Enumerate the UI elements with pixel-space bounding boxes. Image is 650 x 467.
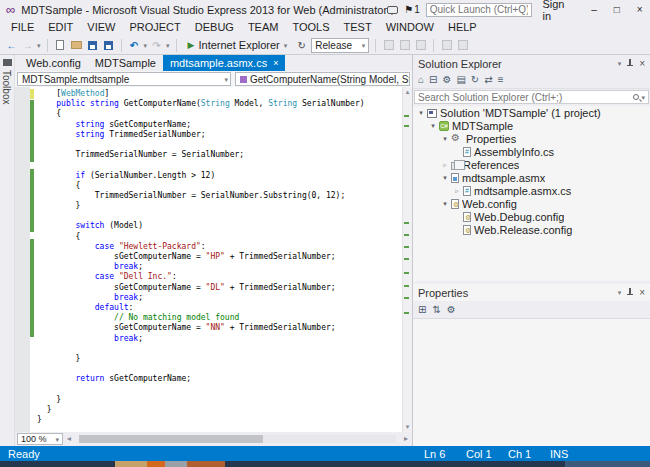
tree-item-web.debug.config[interactable]: Web.Debug.config	[413, 210, 650, 223]
code-line[interactable]	[37, 140, 401, 150]
code-line[interactable]: [WebMethod]	[37, 89, 401, 99]
alphabetical-icon[interactable]: ⇅	[432, 304, 440, 315]
code-line[interactable]: sGetComputerName = "DL" + TrimmedSerialN…	[37, 283, 401, 293]
outdent-icon[interactable]	[456, 37, 469, 53]
code-line[interactable]: {	[37, 232, 401, 242]
code-line[interactable]	[37, 364, 401, 374]
sync-active-document-icon[interactable]: ⇄	[484, 75, 492, 85]
property-pages-icon[interactable]: ⚙	[447, 304, 456, 315]
menu-item-file[interactable]: FILE	[4, 19, 41, 36]
comment-lines-icon[interactable]	[398, 37, 411, 53]
undo-icon[interactable]: ↶	[128, 37, 141, 53]
quick-launch-box[interactable]	[426, 3, 533, 17]
menu-item-help[interactable]: HELP	[441, 19, 484, 36]
menu-item-test[interactable]: TEST	[337, 19, 379, 36]
tree-item-web.release.config[interactable]: Web.Release.config	[413, 223, 650, 236]
code-line[interactable]: }	[37, 395, 401, 405]
navigation-dropdown-icon[interactable]: ▾	[37, 42, 41, 49]
code-line[interactable]: case "Hewlett-Packard":	[37, 242, 401, 252]
home-icon[interactable]: ⌂	[418, 75, 424, 85]
expander-icon[interactable]: ▹	[440, 161, 450, 169]
type-selector[interactable]: MDTSample.mdtsample ▾	[17, 72, 231, 86]
expander-icon[interactable]: ▾	[440, 174, 450, 182]
code-content[interactable]: [WebMethod] public string GetComputerNam…	[37, 89, 401, 432]
code-line[interactable]	[37, 211, 401, 221]
scroll-up-icon[interactable]: ▴	[403, 88, 412, 96]
undo-dropdown-icon[interactable]: ▾	[144, 42, 148, 49]
properties-icon[interactable]: ⚙	[442, 75, 451, 85]
search-dropdown-icon[interactable]: ▾	[641, 94, 645, 101]
code-line[interactable]: }	[37, 405, 401, 415]
code-line[interactable]: }	[37, 415, 401, 425]
solution-search-input[interactable]	[418, 92, 631, 103]
refresh-icon[interactable]: ↻	[471, 75, 479, 85]
scrollbar-thumb[interactable]	[79, 435, 263, 443]
tree-item-mdtsample[interactable]: ▾MDTSample	[413, 119, 650, 132]
code-line[interactable]	[37, 344, 401, 354]
code-line[interactable]: {	[37, 181, 401, 191]
expander-icon[interactable]: ▾	[440, 135, 450, 143]
close-button[interactable]: ×	[631, 0, 648, 19]
tab-mdtsample.asmx.cs[interactable]: mdtsample.asmx.cs×	[163, 55, 285, 71]
quick-launch-input[interactable]	[430, 4, 529, 15]
tree-item-assemblyinfo.cs[interactable]: AssemblyInfo.cs	[413, 145, 650, 158]
code-line[interactable]: TrimmedSerialNumber = SerialNumber.Subst…	[37, 191, 401, 201]
code-line[interactable]: sGetComputerName = "NN" + TrimmedSerialN…	[37, 323, 401, 333]
zoom-select[interactable]: 100 % ▾	[17, 433, 63, 445]
expander-icon[interactable]: ▾	[416, 109, 426, 117]
code-line[interactable]: switch (Model)	[37, 221, 401, 231]
code-line[interactable]: string TrimmedSerialNumber;	[37, 130, 401, 140]
tree-item-mdtsample.asmx.cs[interactable]: ▹mdtsample.asmx.cs	[413, 184, 650, 197]
expander-icon[interactable]: ▹	[452, 187, 462, 195]
open-file-icon[interactable]	[70, 37, 83, 53]
code-line[interactable]	[37, 384, 401, 394]
notifications-flag-icon[interactable]: ⚑ 1	[404, 4, 420, 15]
scroll-right-icon[interactable]: ▸	[404, 434, 408, 443]
tab-mdtsample[interactable]: MDTSample	[88, 55, 163, 71]
menu-item-project[interactable]: PROJECT	[122, 19, 187, 36]
redo-dropdown-icon[interactable]: ▾	[166, 42, 170, 49]
tab-web.config[interactable]: Web.config	[19, 55, 88, 71]
code-line[interactable]: public string GetComputerName(String Mod…	[37, 99, 401, 109]
code-line[interactable]: break;	[37, 293, 401, 303]
close-panel-icon[interactable]: ×	[639, 58, 645, 69]
browser-dropdown-icon[interactable]: ▾	[284, 42, 288, 49]
view-code-icon[interactable]: ≡	[498, 75, 504, 85]
editor-horizontal-scrollbar[interactable]	[79, 435, 396, 443]
scroll-left-icon[interactable]: ◂	[67, 434, 71, 443]
menu-item-window[interactable]: WINDOW	[379, 19, 441, 36]
new-file-icon[interactable]	[54, 37, 67, 53]
collapse-all-icon[interactable]: ⊟	[429, 75, 437, 85]
window-position-icon[interactable]: ▾	[618, 60, 622, 67]
indent-icon[interactable]	[440, 37, 453, 53]
pin-icon[interactable]	[626, 287, 634, 298]
breakpoint-gutter[interactable]	[15, 87, 30, 432]
menu-item-team[interactable]: TEAM	[241, 19, 286, 36]
member-selector[interactable]: GetComputerName(String Model, String Ser…	[235, 72, 410, 86]
tab-close-icon[interactable]: ×	[273, 59, 278, 68]
redo-icon[interactable]: ↷	[150, 37, 163, 53]
minimize-button[interactable]: –	[586, 0, 603, 19]
code-line[interactable]: }	[37, 354, 401, 364]
navigate-backward-icon[interactable]: ←	[5, 37, 18, 53]
menu-item-view[interactable]: VIEW	[80, 19, 122, 36]
code-line[interactable]: sGetComputerName = "HP" + TrimmedSerialN…	[37, 252, 401, 262]
menu-item-edit[interactable]: EDIT	[41, 19, 80, 36]
pin-icon[interactable]	[626, 58, 634, 69]
code-line[interactable]: return sGetComputerName;	[37, 374, 401, 384]
code-line[interactable]: {	[37, 109, 401, 119]
expander-icon[interactable]: ▾	[428, 122, 438, 130]
expander-icon[interactable]: ▾	[440, 200, 450, 208]
maximize-button[interactable]: □	[608, 0, 625, 19]
save-all-icon[interactable]	[102, 37, 115, 53]
tree-item-solution-mdtsample-1-project[interactable]: ▾Solution 'MDTSample' (1 project)	[413, 106, 650, 119]
code-line[interactable]: }	[37, 201, 401, 211]
categorized-icon[interactable]: ⊞	[418, 304, 426, 315]
show-all-files-icon[interactable]: ▤	[456, 75, 465, 85]
tree-item-properties[interactable]: ▾Properties	[413, 132, 650, 145]
editor-vertical-scrollbar[interactable]: ▴ ▾	[402, 87, 412, 432]
close-panel-icon[interactable]: ×	[639, 287, 645, 298]
code-line[interactable]: // No matching model found	[37, 313, 401, 323]
code-editor[interactable]: [WebMethod] public string GetComputerNam…	[15, 87, 412, 432]
uncomment-lines-icon[interactable]	[414, 37, 427, 53]
